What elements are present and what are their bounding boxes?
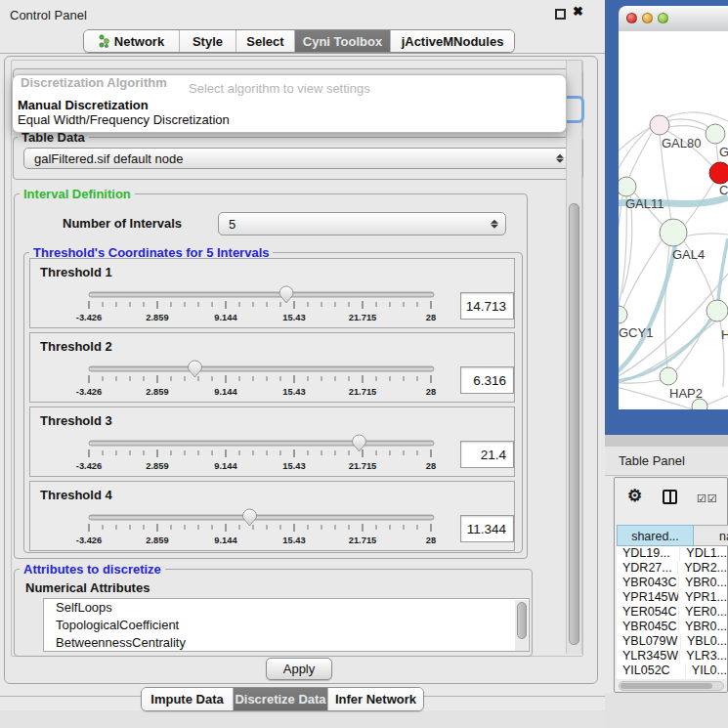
panel-scrollbar[interactable] [566,61,582,654]
cell-name: YDL1... [679,546,727,561]
network-icon [99,34,110,48]
column-header-shared-name[interactable]: shared... [617,525,694,546]
cell-name: YLR3... [679,649,727,664]
select-columns-icon[interactable]: ☑☑ [697,492,718,505]
slider-track[interactable] [89,292,434,297]
network-node-ga[interactable] [706,124,725,144]
network-edge [716,144,718,162]
threshold-value-field[interactable]: 21.4 [460,441,514,468]
cell-shared-name: YPR145W [617,590,678,605]
table-hscrollbar-thumb[interactable] [621,683,712,689]
table-row-ybl079w[interactable]: YBL079WYBL0... [617,634,727,649]
tab-style[interactable]: Style [179,30,236,52]
network-canvas[interactable]: GAL80GACGAL11GAL4GCY1HHAP2 [619,31,728,409]
close-panel-icon[interactable]: ✖ [573,4,583,19]
network-node-gal11[interactable] [619,177,636,196]
table-row-ybr043c[interactable]: YBR043CYBR0... [617,576,727,590]
panel-divider [605,435,728,447]
discretization-algorithm-title: Discretization Algorithm [21,75,167,90]
algorithm-dropdown-popup: Discretization Algorithm Select algorith… [12,74,567,133]
algorithm-option-manual-discretization[interactable]: Manual Discretization [16,98,563,112]
network-node-gal80[interactable] [650,115,669,135]
slider-track[interactable] [89,515,434,520]
algorithm-options: Manual DiscretizationEqual Width/Frequen… [16,98,563,127]
column-header-name[interactable]: na [694,525,728,546]
threshold-slider[interactable]: -3.4262.8599.14415.4321.71528 [30,280,516,325]
slider-thumb[interactable] [352,435,365,451]
float-panel-icon[interactable] [555,9,566,20]
threshold-slider[interactable]: -3.4262.8599.14415.4321.71528 [30,355,516,400]
table-row-ylr345w[interactable]: YLR345WYLR3... [617,649,727,664]
tab-jactivemnodules[interactable]: jActiveMNodules [390,30,514,52]
slider-track[interactable] [89,441,434,446]
tick-label: 15.43 [282,461,305,471]
tab-label: Network [114,34,164,49]
zoom-window-icon[interactable] [658,13,668,23]
threshold-value-field[interactable]: 6.316 [460,366,514,394]
tab-discretize-data[interactable]: Discretize Data [233,688,327,710]
slider-thumb[interactable] [188,361,201,377]
tab-label: Select [246,34,283,49]
cyni-mode-tabs: Impute DataDiscretize DataInfer Network [141,687,424,711]
tab-infer-network[interactable]: Infer Network [327,688,423,710]
threshold-slider[interactable]: -3.4262.8599.14415.4321.71528 [30,503,516,548]
network-edge [629,133,652,177]
threshold-slider[interactable]: -3.4262.8599.14415.4321.71528 [30,429,516,474]
tick-label: 2.859 [146,313,168,322]
tab-network[interactable]: Network [84,30,179,52]
tab-impute-data[interactable]: Impute Data [142,688,233,710]
tick-label: 21.715 [349,535,376,545]
threshold-value-field[interactable]: 11.344 [460,515,514,542]
apply-button[interactable]: Apply [266,658,332,680]
table-row-ybr045c[interactable]: YBR045CYBR0... [617,620,727,634]
table-data-value: galFiltered.sif default node [34,151,183,166]
network-window: GAL80GACGAL11GAL4GCY1HHAP2 [605,0,728,435]
tab-select[interactable]: Select [236,30,294,52]
table-row-ypr145w[interactable]: YPR145WYPR1... [617,590,727,605]
list-scrollbar-thumb[interactable] [517,602,527,639]
split-columns-icon[interactable] [663,490,677,504]
slider-track[interactable] [89,366,434,371]
network-node-red[interactable] [709,162,728,184]
number-of-intervals-combobox[interactable]: 5 [218,212,506,236]
cell-name: YDR2... [677,561,727,576]
panel-scrollbar-thumb[interactable] [569,203,579,645]
table-row-ydl19[interactable]: YDL19...YDL1... [617,546,727,561]
table-row-ydr27[interactable]: YDR27...YDR2... [617,561,727,576]
attribute-item-topologicalcoefficient[interactable]: TopologicalCoefficient [44,617,529,634]
network-node-gcy1[interactable] [619,306,627,323]
table-data-combobox[interactable]: galFiltered.sif default node [23,148,572,169]
network-node-hap2[interactable] [660,367,677,385]
node-label-gal80: GAL80 [662,136,701,150]
tick-label: 21.715 [349,461,376,471]
network-node-h[interactable] [707,300,728,321]
algorithm-option-equal-width-frequency-discretization[interactable]: Equal Width/Frequency Discretization [16,112,563,127]
network-edge [707,396,728,405]
tick-label: 15.43 [282,313,305,322]
threshold-row-1: Threshold 1-3.4262.8599.14415.4321.71528… [29,258,515,328]
attribute-item-betweennesscentrality[interactable]: BetweennessCentrality [44,634,529,652]
threshold-row-2: Threshold 2-3.4262.8599.14415.4321.71528… [29,332,515,403]
threshold-value-field[interactable]: 14.713 [460,292,514,320]
node-label-gal11: GAL11 [625,196,664,211]
cell-shared-name: YDL19... [617,546,679,561]
cell-shared-name: YER054C [617,605,678,620]
network-graph[interactable]: GAL80GACGAL11GAL4GCY1HHAP2 [619,31,728,409]
list-scrollbar[interactable] [515,600,528,652]
attribute-item-selfloops[interactable]: SelfLoops [44,599,529,617]
network-window-titlebar[interactable] [619,6,728,32]
tick-label: 28 [426,535,436,545]
tab-cyni-toolbox[interactable]: Cyni Toolbox [294,30,390,52]
close-window-icon[interactable] [626,13,637,23]
slider-thumb[interactable] [242,509,256,526]
minimize-window-icon[interactable] [642,13,653,23]
slider-thumb[interactable] [279,286,293,303]
table-row-yil052c[interactable]: YIL052CYIL0... [617,664,727,678]
table-settings-gear-icon[interactable]: ⚙ [627,486,642,506]
cell-name: YBR0... [678,576,727,590]
tick-label: 9.144 [214,387,237,397]
network-node-s[interactable] [692,399,707,409]
table-hscrollbar[interactable] [619,681,724,691]
network-node-gal4[interactable] [660,219,687,246]
table-row-yer054c[interactable]: YER054CYER0... [617,605,727,620]
